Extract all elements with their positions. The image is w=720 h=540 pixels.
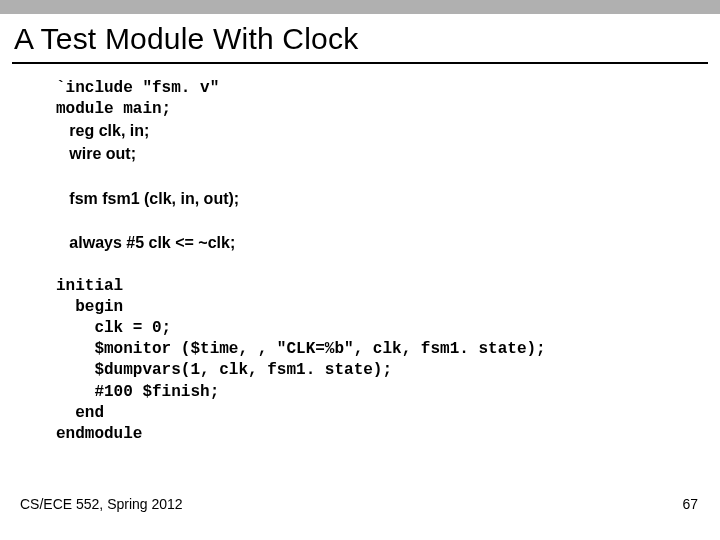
top-bar (0, 0, 720, 14)
page-number: 67 (682, 496, 698, 512)
code-line: $dumpvars(1, clk, fsm1. state); (56, 361, 392, 379)
code-line: end (56, 404, 104, 422)
code-line: `include "fsm. v" (56, 79, 219, 97)
code-block: `include "fsm. v" module main; reg clk, … (56, 78, 546, 445)
footer-left: CS/ECE 552, Spring 2012 (20, 496, 183, 512)
code-line: $monitor ($time, , "CLK=%b", clk, fsm1. … (56, 340, 546, 358)
code-blank (56, 212, 66, 230)
code-line: fsm fsm1 (clk, in, out); (56, 190, 239, 207)
code-line: endmodule (56, 425, 142, 443)
code-line: reg clk, in; (56, 122, 149, 139)
code-line: begin (56, 298, 123, 316)
code-line: clk = 0; (56, 319, 171, 337)
slide-title: A Test Module With Clock (14, 22, 358, 56)
title-underline (12, 62, 708, 64)
code-line: initial (56, 277, 123, 295)
code-line: wire out; (56, 145, 136, 162)
slide: A Test Module With Clock `include "fsm. … (0, 0, 720, 540)
code-line: #100 $finish; (56, 383, 219, 401)
code-blank (56, 256, 66, 274)
code-blank (56, 167, 66, 185)
code-line: module main; (56, 100, 171, 118)
code-line: always #5 clk <= ~clk; (56, 234, 235, 251)
